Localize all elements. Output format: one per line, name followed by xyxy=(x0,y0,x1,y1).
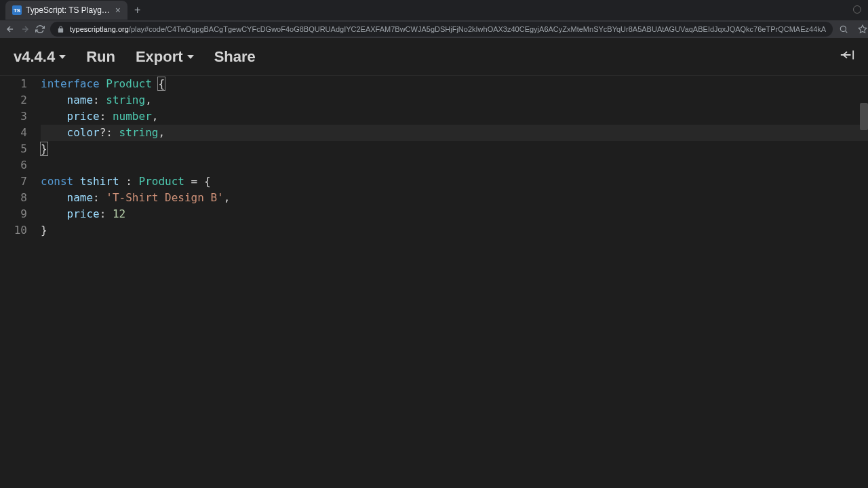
chevron-down-icon xyxy=(187,55,194,59)
tab-bar: TS TypeScript: TS Playground - A × + xyxy=(0,0,868,20)
svg-point-0 xyxy=(840,26,846,31)
line-gutter: 12345678910 xyxy=(0,76,41,488)
lock-icon xyxy=(57,26,64,33)
star-icon[interactable] xyxy=(857,24,868,35)
svg-marker-1 xyxy=(859,25,867,33)
close-icon[interactable]: × xyxy=(115,5,121,16)
browser-tab[interactable]: TS TypeScript: TS Playground - A × xyxy=(5,1,127,20)
playground-toolbar: v4.4.4 Run Export Share xyxy=(0,38,868,76)
run-button[interactable]: Run xyxy=(86,48,115,66)
back-icon[interactable] xyxy=(5,24,15,35)
export-button[interactable]: Export xyxy=(136,48,194,66)
share-button[interactable]: Share xyxy=(214,48,256,66)
reload-icon[interactable] xyxy=(35,24,45,35)
code-content[interactable]: interface Product { name: string, price:… xyxy=(41,76,868,488)
url-text: typescriptlang.org/play#code/C4TwDgpgBAC… xyxy=(70,25,826,33)
forward-icon[interactable] xyxy=(20,24,30,35)
collapse-panel-icon[interactable] xyxy=(840,49,854,64)
chevron-down-icon xyxy=(59,55,66,59)
version-select[interactable]: v4.4.4 xyxy=(14,48,66,66)
scrollbar-thumb[interactable] xyxy=(860,103,868,130)
url-bar[interactable]: typescriptlang.org/play#code/C4TwDgpgBAC… xyxy=(50,22,833,37)
tab-title: TypeScript: TS Playground - A xyxy=(26,5,111,15)
toolbar-icons: J xyxy=(838,23,868,35)
new-tab-button[interactable]: + xyxy=(127,4,147,16)
search-page-icon[interactable] xyxy=(838,24,849,35)
nav-bar: typescriptlang.org/play#code/C4TwDgpgBAC… xyxy=(0,20,868,38)
browser-chrome: TS TypeScript: TS Playground - A × + typ… xyxy=(0,0,868,38)
favicon-icon: TS xyxy=(12,5,22,15)
window-control-icon[interactable] xyxy=(853,5,861,14)
code-editor[interactable]: 12345678910 interface Product { name: st… xyxy=(0,76,868,488)
